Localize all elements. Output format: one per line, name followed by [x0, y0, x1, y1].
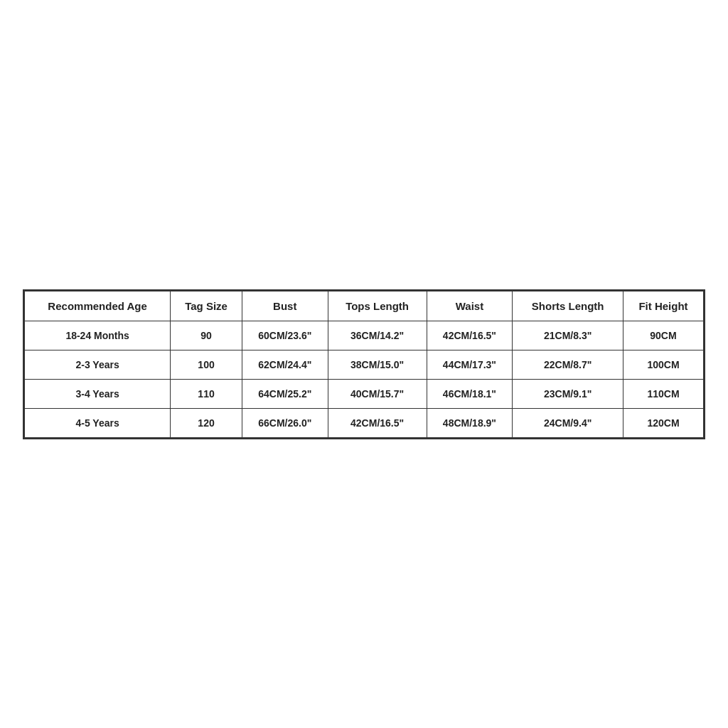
table-row: 3-4 Years11064CM/25.2"40CM/15.7"46CM/18.…	[25, 379, 704, 408]
table-row: 4-5 Years12066CM/26.0"42CM/16.5"48CM/18.…	[25, 408, 704, 437]
cell-waist: 46CM/18.1"	[427, 379, 513, 408]
header-waist: Waist	[427, 291, 513, 321]
cell-waist: 48CM/18.9"	[427, 408, 513, 437]
cell-shorts_length: 24CM/9.4"	[513, 408, 623, 437]
cell-bust: 60CM/23.6"	[242, 321, 328, 350]
header-shorts-length: Shorts Length	[513, 291, 623, 321]
cell-tag_size: 120	[171, 408, 242, 437]
header-bust: Bust	[242, 291, 328, 321]
cell-shorts_length: 22CM/8.7"	[513, 350, 623, 379]
cell-age: 4-5 Years	[25, 408, 171, 437]
cell-fit_height: 110CM	[623, 379, 703, 408]
table-row: 18-24 Months9060CM/23.6"36CM/14.2"42CM/1…	[25, 321, 704, 350]
cell-tag_size: 90	[171, 321, 242, 350]
header-fit-height: Fit Height	[623, 291, 703, 321]
table-row: 2-3 Years10062CM/24.4"38CM/15.0"44CM/17.…	[25, 350, 704, 379]
cell-age: 3-4 Years	[25, 379, 171, 408]
cell-age: 2-3 Years	[25, 350, 171, 379]
cell-bust: 62CM/24.4"	[242, 350, 328, 379]
size-chart-container: Recommended Age Tag Size Bust Tops Lengt…	[23, 289, 705, 439]
cell-tops_length: 42CM/16.5"	[328, 408, 427, 437]
cell-waist: 42CM/16.5"	[427, 321, 513, 350]
cell-tag_size: 110	[171, 379, 242, 408]
header-tag-size: Tag Size	[171, 291, 242, 321]
table-header-row: Recommended Age Tag Size Bust Tops Lengt…	[25, 291, 704, 321]
cell-tops_length: 38CM/15.0"	[328, 350, 427, 379]
cell-tops_length: 36CM/14.2"	[328, 321, 427, 350]
cell-bust: 64CM/25.2"	[242, 379, 328, 408]
cell-shorts_length: 23CM/9.1"	[513, 379, 623, 408]
cell-waist: 44CM/17.3"	[427, 350, 513, 379]
cell-fit_height: 120CM	[623, 408, 703, 437]
cell-tag_size: 100	[171, 350, 242, 379]
header-recommended-age: Recommended Age	[25, 291, 171, 321]
cell-shorts_length: 21CM/8.3"	[513, 321, 623, 350]
header-tops-length: Tops Length	[328, 291, 427, 321]
cell-tops_length: 40CM/15.7"	[328, 379, 427, 408]
size-chart-table: Recommended Age Tag Size Bust Tops Lengt…	[24, 291, 704, 438]
cell-bust: 66CM/26.0"	[242, 408, 328, 437]
cell-fit_height: 100CM	[623, 350, 703, 379]
cell-age: 18-24 Months	[25, 321, 171, 350]
cell-fit_height: 90CM	[623, 321, 703, 350]
